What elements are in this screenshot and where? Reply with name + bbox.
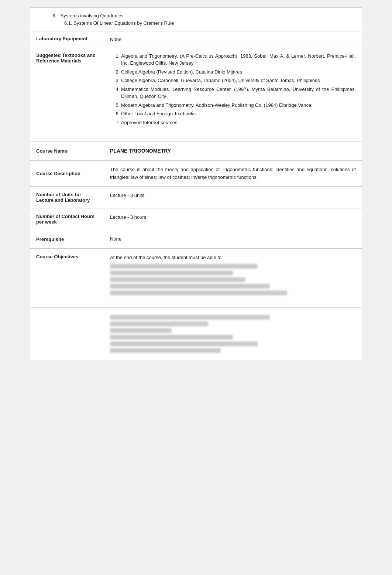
last-blurred-content — [104, 308, 362, 360]
prerequisite-row: Prerequisite None — [30, 230, 362, 249]
course-name-row: Course Name: PLANE TRIGONOMETRY — [30, 142, 362, 161]
last-blurred-label — [30, 308, 104, 360]
contact-hours-label: Number of Contact Hours per week — [30, 208, 104, 230]
laboratory-row: Laboratory Equipment None — [30, 31, 362, 48]
objectives-blurred-items — [110, 264, 356, 295]
course-description-value: The course is about the theory and appli… — [104, 161, 362, 187]
topics-row: 6. Systems involving Quadratics 6.1. Sys… — [30, 8, 362, 31]
course-description-label: Course Description — [30, 161, 104, 187]
objectives-intro: At the end of the course, the student mu… — [110, 254, 356, 262]
prerequisite-value: None — [104, 230, 362, 248]
course-name-label: Course Name: — [30, 142, 104, 160]
contact-hours-row: Number of Contact Hours per week Lecture… — [30, 208, 362, 230]
textbooks-row: Suggested Textbooks and Reference Materi… — [30, 48, 362, 132]
list-item: Algebra and Trigonometry. (A Pre-Calculu… — [121, 52, 356, 67]
section1-table: 6. Systems involving Quadratics 6.1. Sys… — [30, 7, 362, 132]
topics-content: 6. Systems involving Quadratics 6.1. Sys… — [30, 8, 362, 31]
units-value: Lecture - 3 units — [104, 187, 362, 208]
list-item: Approved Internet sources. — [121, 119, 356, 126]
objectives-content: At the end of the course, the student mu… — [104, 249, 362, 307]
contact-hours-value: Lecture - 3 hours — [104, 208, 362, 230]
objectives-row: Course Objectives At the end of the cour… — [30, 249, 362, 308]
prerequisite-label: Prerequisite — [30, 230, 104, 248]
list-item: Mathematics Modules. Learning Resource C… — [121, 86, 356, 100]
units-row: Number of Units for Lecture and Laborato… — [30, 187, 362, 208]
units-label: Number of Units for Lecture and Laborato… — [30, 187, 104, 208]
textbooks-label: Suggested Textbooks and Reference Materi… — [30, 48, 104, 132]
list-item: Modern Algebra and Trigonometry. Addison… — [121, 102, 356, 109]
course-name-value: PLANE TRIGONOMETRY — [104, 142, 362, 160]
topic-6-1: 6.1. Systems Of Linear Equations by Cram… — [52, 20, 356, 27]
textbooks-list: Algebra and Trigonometry. (A Pre-Calculu… — [117, 52, 356, 126]
textbooks-content: Algebra and Trigonometry. (A Pre-Calculu… — [104, 48, 362, 132]
list-item: Other Local and Foreign Textbooks — [121, 110, 356, 118]
list-item: College Algebra, Carbonell, Guevarra, Ta… — [121, 77, 356, 84]
course-description-row: Course Description The course is about t… — [30, 161, 362, 187]
laboratory-label: Laboratory Equipment — [30, 31, 104, 48]
topic-6: 6. Systems involving Quadratics — [52, 12, 356, 20]
laboratory-value: None — [104, 31, 362, 48]
objectives-label: Course Objectives — [30, 249, 104, 307]
course-table: Course Name: PLANE TRIGONOMETRY Course D… — [30, 141, 362, 360]
list-item: College Algebra (Revised Edition), Catal… — [121, 68, 356, 76]
last-blurred-row — [30, 308, 362, 360]
